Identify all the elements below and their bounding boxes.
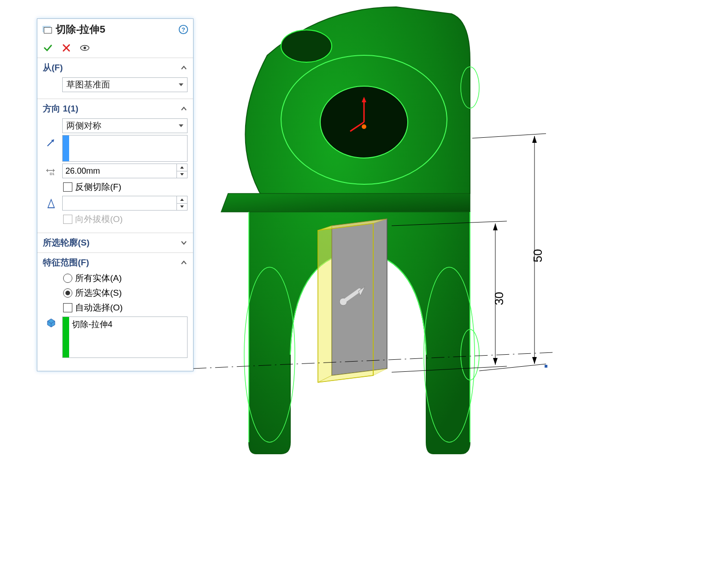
section-scope-label: 特征范围(F) [43,257,89,269]
depth-spinner[interactable] [62,164,188,178]
svg-text:?: ? [182,26,185,33]
panel-actions [37,39,193,58]
endpoint-marker[interactable] [545,365,547,368]
end-condition-value: 两侧对称 [66,120,101,132]
from-combo-value: 草图基准面 [66,79,110,91]
depth-spin-down[interactable] [177,171,187,178]
svg-rect-1 [44,27,52,33]
draft-spinner[interactable] [62,196,188,211]
svg-point-16 [362,124,366,129]
ok-button[interactable] [43,43,53,53]
auto-select-label: 自动选择(O) [75,302,123,314]
depth-input[interactable] [63,164,176,178]
scope-selection-box[interactable]: 切除-拉伸4 [62,316,188,358]
flip-cut-checkbox[interactable] [63,182,72,192]
feature-panel: 切除-拉伸5 ? 从(F) 草图基准面 方向 1(1) [37,18,194,371]
end-condition-combo[interactable]: 两侧对称 [62,118,188,133]
reverse-direction-icon[interactable] [43,135,59,148]
dimension-50[interactable]: 50 [472,134,546,371]
scope-selected-item: 切除-拉伸4 [69,317,187,357]
svg-point-5 [83,47,86,49]
panel-title-bar: 切除-拉伸5 ? [37,19,193,39]
section-dir1-label: 方向 1(1) [43,103,78,115]
draft-input[interactable] [63,196,176,210]
chevron-up-icon [180,64,188,71]
chevron-up-icon [180,105,188,112]
svg-point-7 [281,30,332,62]
viewport-3d[interactable]: 50 30 [194,0,728,580]
depth-spin-up[interactable] [177,164,187,171]
draft-icon[interactable] [43,198,59,209]
from-combo[interactable]: 草图基准面 [62,77,188,92]
draft-spin-down[interactable] [177,204,187,211]
preview-toggle[interactable] [80,43,90,53]
chevron-down-icon [180,239,188,246]
section-contours-label: 所选轮廓(S) [43,237,89,249]
flip-cut-label: 反侧切除(F) [75,181,121,193]
direction-selection-box[interactable] [62,135,188,162]
draft-outward-checkbox [63,215,72,224]
scope-all-label: 所有实体(A) [75,272,122,284]
section-header-dir1[interactable]: 方向 1(1) [43,103,188,115]
cancel-button[interactable] [61,43,71,53]
dim-30-text: 30 [492,292,506,305]
scope-selected-label: 所选实体(S) [75,287,122,299]
body-icon [43,316,59,328]
dim-50-text: 50 [531,249,545,263]
draft-spin-up[interactable] [177,196,187,204]
scope-selected-radio[interactable] [63,288,72,298]
section-header-contours[interactable]: 所选轮廓(S) [43,237,188,249]
svg-text:D1: D1 [50,172,55,176]
svg-line-20 [479,364,546,371]
section-contours: 所选轮廓(S) [37,233,193,253]
section-header-from[interactable]: 从(F) [43,62,188,74]
cut-extrude-icon [42,24,52,35]
auto-select-checkbox[interactable] [63,303,72,312]
help-icon[interactable]: ? [178,24,188,35]
draft-outward-label: 向外拔模(O) [75,213,123,225]
section-from-label: 从(F) [43,62,63,74]
section-scope: 特征范围(F) 所有实体(A) 所选实体(S) 自动选择(O) 切除-拉伸4 [37,253,193,371]
chevron-up-icon [180,259,188,266]
panel-title-text: 切除-拉伸5 [56,23,175,36]
section-direction1: 方向 1(1) 两侧对称 D1 [37,99,193,233]
scope-all-radio[interactable] [63,274,72,283]
cut-preview[interactable] [318,219,387,382]
section-from: 从(F) 草图基准面 [37,58,193,99]
depth-icon: D1 [43,165,59,177]
section-header-scope[interactable]: 特征范围(F) [43,257,188,269]
